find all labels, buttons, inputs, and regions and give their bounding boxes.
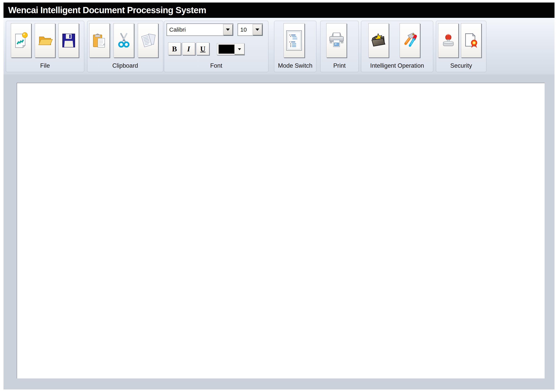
chevron-down-icon	[226, 28, 230, 31]
font-family-dropdown-button[interactable]	[223, 24, 233, 35]
new-document-button[interactable]	[11, 23, 31, 58]
certificate-icon	[462, 31, 480, 50]
window-title: Wencai Intelligent Document Processing S…	[8, 2, 206, 18]
ribbon-group-intelligent-operation: Intelligent Operation	[361, 21, 433, 72]
ribbon-group-label: Intelligent Operation	[361, 62, 433, 69]
save-document-button[interactable]	[58, 23, 79, 58]
application-window: Wencai Intelligent Document Processing S…	[0, 0, 558, 392]
chevron-down-icon	[238, 48, 241, 50]
chevron-down-icon	[255, 28, 259, 31]
smart-folder-icon	[370, 31, 388, 50]
document-page[interactable]	[17, 83, 545, 378]
font-color-dropdown-button[interactable]	[235, 43, 244, 55]
print-button[interactable]	[326, 23, 347, 58]
paste-button[interactable]	[89, 23, 110, 58]
stamp-button[interactable]	[438, 23, 458, 58]
open-document-button[interactable]	[35, 23, 55, 58]
ribbon-group-label: Mode Switch	[274, 62, 316, 69]
font-size-value: 10	[238, 24, 252, 35]
font-color-swatch	[218, 45, 235, 54]
editor-area	[3, 75, 555, 390]
tools-icon	[401, 31, 419, 50]
ribbon-group-label: Print	[321, 62, 358, 69]
ribbon-group-font: Calibri 10 B I U Font	[164, 21, 268, 72]
smart-tools-button[interactable]	[400, 23, 420, 58]
printer-icon	[327, 31, 346, 50]
ribbon-group-security: Security	[436, 21, 486, 72]
ribbon-group-clipboard: Clipboard	[87, 21, 163, 72]
font-size-dropdown-button[interactable]	[253, 24, 262, 35]
signature-seal-button[interactable]	[461, 23, 481, 58]
font-color-picker[interactable]	[217, 43, 244, 55]
ribbon-group-label: File	[6, 62, 84, 69]
save-floppy-icon	[60, 31, 78, 50]
copy-documents-icon	[139, 31, 157, 50]
bold-button[interactable]: B	[168, 42, 181, 55]
open-folder-icon	[36, 31, 54, 50]
font-family-value: Calibri	[167, 24, 223, 35]
title-bar: Wencai Intelligent Document Processing S…	[3, 2, 555, 18]
ribbon-toolbar: File	[3, 18, 555, 75]
underline-button[interactable]: U	[196, 42, 209, 55]
outline-view-icon	[286, 30, 302, 51]
font-size-select[interactable]: 10	[237, 24, 263, 36]
ribbon-group-label: Clipboard	[87, 62, 163, 69]
ribbon-group-label: Font	[164, 62, 268, 69]
cut-button[interactable]	[113, 23, 134, 58]
italic-button[interactable]: I	[182, 42, 195, 55]
mode-switch-button[interactable]	[284, 23, 305, 58]
ribbon-group-print: Print	[320, 21, 359, 72]
copy-button[interactable]	[138, 23, 158, 58]
stamp-icon	[439, 31, 457, 50]
font-family-select[interactable]: Calibri	[166, 24, 233, 36]
ribbon-group-label: Security	[436, 62, 486, 69]
new-document-icon	[12, 31, 30, 50]
ribbon-group-mode-switch: Mode Switch	[274, 21, 316, 72]
ribbon-group-file: File	[6, 21, 84, 72]
paste-clipboard-icon	[90, 31, 109, 50]
cut-scissors-icon	[115, 31, 133, 50]
smart-material-button[interactable]	[368, 23, 389, 58]
